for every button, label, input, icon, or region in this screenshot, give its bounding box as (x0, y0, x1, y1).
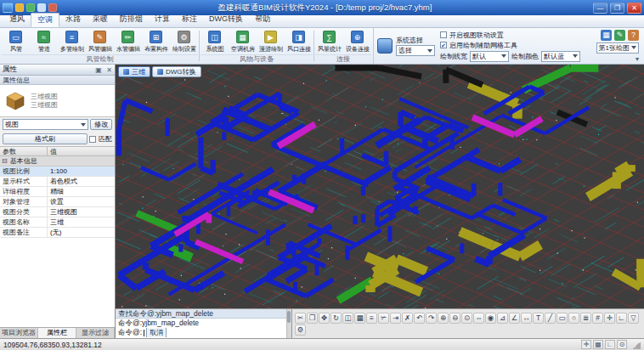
ribbon-tab-水路[interactable]: 水路 (59, 13, 87, 27)
command-window[interactable]: 查找命令@:yjbm_map_delete 命令@:yjbm_map_delet… (116, 309, 292, 338)
pan-icon[interactable]: ⇔ (473, 313, 484, 324)
collapse-group-icon[interactable]: ⊟ (2, 158, 8, 165)
pin-icon[interactable]: ▣ (95, 66, 102, 74)
format-brush-button[interactable]: 格式刷 (3, 133, 88, 144)
ribbon-tab-标注[interactable]: 标注 (176, 13, 203, 27)
snap-icon[interactable]: ✛ (604, 313, 615, 324)
open-icon[interactable] (26, 3, 35, 12)
command-cancel-chip[interactable]: 取消 (146, 328, 167, 337)
ribbon-button-风口连接[interactable]: ◨风口连接 (285, 29, 313, 54)
ribbon-button-水管编辑[interactable]: ✏水管编辑 (114, 29, 142, 54)
ortho-toggle-icon[interactable]: ∟ (605, 340, 615, 349)
ortho-icon[interactable]: ∟ (616, 313, 627, 324)
match-checkbox[interactable]: 匹配 (89, 134, 112, 144)
panel-close-icon[interactable]: ✕ (106, 66, 112, 74)
trim-icon[interactable]: ✃ (378, 313, 389, 324)
view-tab-三维[interactable]: 三维 (118, 66, 150, 77)
panel-tab-属性栏[interactable]: 属性栏 (38, 328, 76, 338)
save-icon[interactable] (15, 3, 24, 12)
property-row[interactable]: 详细程度精细 (0, 187, 115, 197)
ribbon-button-多管绘制[interactable]: ≡多管绘制 (58, 29, 86, 54)
collapse-ribbon-icon[interactable]: ▾ (596, 55, 639, 63)
scrollbar-thumb[interactable] (287, 311, 291, 323)
maximize-button[interactable]: ❐ (610, 3, 624, 14)
layers-icon[interactable]: ≣ (580, 313, 591, 324)
help-icon[interactable]: ? (628, 30, 639, 41)
property-row[interactable]: 视图分类三维视图 (0, 207, 115, 217)
ribbon-button-漫游绘制[interactable]: ▶漫游绘制 (257, 29, 285, 54)
ribbon-tab-DWG转换[interactable]: DWG转换 (203, 13, 249, 27)
undo-quick-icon[interactable] (37, 3, 46, 12)
extend-icon[interactable]: ⇥ (390, 313, 401, 324)
ribbon-tab-空调[interactable]: 空调 (31, 13, 59, 27)
minimize-button[interactable]: — (593, 3, 607, 14)
ribbon-button-布置构件[interactable]: ⊞布置构件 (142, 29, 170, 54)
polyline-icon[interactable]: ╱ (545, 313, 556, 324)
palette-icon[interactable]: ✎ (614, 30, 625, 41)
drawing-canvas[interactable]: 三维DWG转换 (116, 65, 644, 308)
ribbon-button-设备连接[interactable]: ⊕设备连接 (343, 29, 371, 54)
print-icon[interactable] (48, 3, 57, 12)
ribbon-button-风量统计[interactable]: ∑风量统计 (315, 29, 343, 54)
close-button[interactable]: ✕ (627, 3, 641, 14)
grid-toggle-icon[interactable]: ▦ (593, 340, 603, 349)
panel-tab-显示过滤[interactable]: 显示过滤 (76, 328, 115, 338)
ribbon-button-风管[interactable]: ▭风管 (2, 29, 30, 54)
command-prompt-line[interactable]: 命令@: 取消 (116, 328, 291, 337)
property-row[interactable]: 对象管理设置 (0, 197, 115, 207)
osnap-toggle-icon[interactable]: ⊙ (617, 340, 627, 349)
erase-icon[interactable]: ✗ (402, 313, 413, 324)
filter-icon[interactable]: ▽ (628, 313, 639, 324)
view-settings-icon[interactable]: ▦ (601, 30, 612, 41)
view-type-combo[interactable]: 视图 (3, 119, 88, 130)
command-scrollbar[interactable] (286, 309, 291, 338)
property-group-row[interactable]: ⊟ 基本信息 (0, 156, 115, 167)
circle-icon[interactable]: ○ (568, 313, 579, 324)
property-row[interactable]: 显示样式着色模式 (0, 177, 115, 187)
panel-tab-项目浏览器[interactable]: 项目浏览器 (0, 328, 38, 338)
ribbon-button-绘制设置[interactable]: ⚙绘制设置 (170, 29, 198, 54)
zoom-extents-icon[interactable]: ⊙ (461, 313, 472, 324)
array-icon[interactable]: ▦ (354, 313, 365, 324)
property-row[interactable]: 视图比例1:100 (0, 167, 115, 177)
measure-icon[interactable]: ⊿ (497, 313, 508, 324)
settings-icon[interactable]: ⚙ (295, 325, 306, 336)
zoom-out-icon[interactable]: ⊖ (449, 313, 460, 324)
copy-icon[interactable]: ❐ (307, 313, 318, 324)
text-icon[interactable]: T (533, 313, 544, 324)
angle-icon[interactable]: ∠ (509, 313, 520, 324)
ribbon-tab-计算[interactable]: 计算 (149, 13, 176, 27)
resize-grip[interactable] (632, 341, 641, 349)
modify-button[interactable]: 修改 (90, 119, 112, 130)
drawcolor-combo[interactable]: 默认蓝 (541, 51, 580, 62)
rotate-icon[interactable]: ↻ (330, 313, 342, 324)
ribbon-tab-采暖[interactable]: 采暖 (87, 13, 114, 27)
mirror-icon[interactable]: ◫ (342, 313, 353, 324)
ribbon-tab-防排烟[interactable]: 防排烟 (114, 13, 149, 27)
rect-icon[interactable]: ▭ (556, 313, 568, 324)
view-tab-DWG转换[interactable]: DWG转换 (152, 66, 201, 77)
dimension-icon[interactable]: ↔ (521, 313, 532, 324)
cut-icon[interactable]: ✂ (295, 313, 306, 324)
zoom-in-icon[interactable]: ⊕ (438, 313, 449, 324)
property-row[interactable]: 视图名称三维 (0, 217, 115, 228)
ribbon-button-系统图[interactable]: ◫系统图 (201, 29, 229, 54)
undo-icon[interactable]: ↶ (414, 313, 425, 324)
system-select-combo[interactable]: 选择 (396, 45, 435, 56)
grid-icon[interactable]: # (592, 313, 603, 324)
redo-icon[interactable]: ↷ (426, 313, 437, 324)
layer-combo[interactable]: 第1张绘图 (596, 42, 639, 54)
orbit-icon[interactable]: ◉ (485, 313, 496, 324)
assist-tool-checkbox[interactable]: ✔ 启用绘制辅助网格工具 (440, 41, 580, 50)
ribbon-button-空调机房[interactable]: ▦空调机房 (229, 29, 257, 54)
move-icon[interactable]: ✥ (319, 313, 330, 324)
view-link-checkbox[interactable]: 开启视图联动设置 (440, 31, 580, 40)
ribbon-button-管道[interactable]: ≈管道 (30, 29, 58, 54)
ribbon-button-风管编辑[interactable]: ✎风管编辑 (86, 29, 114, 54)
linewidth-combo[interactable]: 默认 (470, 51, 509, 62)
property-row[interactable]: 视图备注(无) (0, 228, 115, 238)
snap-toggle-icon[interactable]: ✛ (581, 340, 591, 349)
ribbon-tab-帮助[interactable]: 帮助 (249, 13, 276, 27)
ribbon-tab-通风[interactable]: 通风 (3, 13, 31, 27)
offset-icon[interactable]: ≡ (366, 313, 377, 324)
